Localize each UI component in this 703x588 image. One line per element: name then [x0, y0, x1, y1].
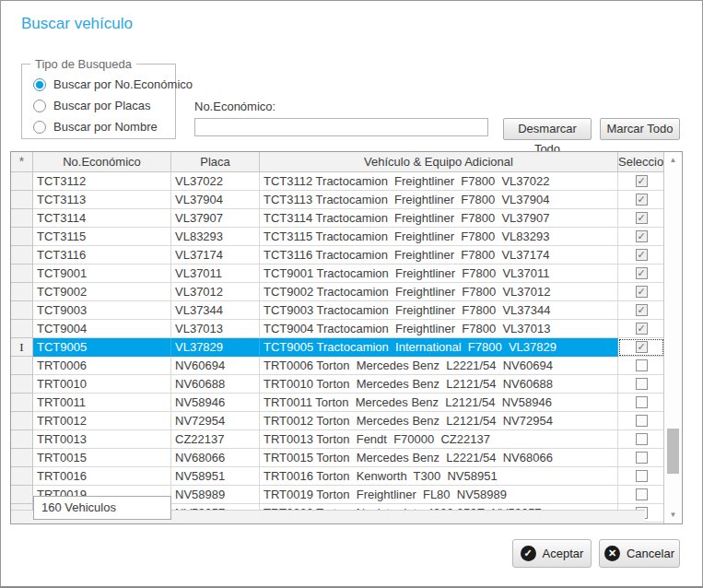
- cell-seleccion[interactable]: [618, 449, 663, 467]
- cell-vehiculo[interactable]: TRT0019 Torton Freightliner FL80 NV58989: [260, 486, 618, 504]
- cell-placa[interactable]: VL37013: [171, 320, 260, 338]
- cell-vehiculo[interactable]: TRT0006 Torton Mercedes Benz L2221/54 NV…: [260, 357, 618, 375]
- row-checkbox-checked[interactable]: [636, 323, 648, 335]
- cell-no-economico[interactable]: TCT3114: [33, 209, 171, 228]
- scrollbar-down-icon[interactable]: ▼: [664, 508, 682, 523]
- cell-vehiculo[interactable]: TCT3115 Tractocamion Freightliner F7800 …: [260, 228, 618, 246]
- cell-vehiculo[interactable]: TCT9004 Tractocamion Freightliner F7800 …: [260, 320, 618, 338]
- cancelar-button[interactable]: ✕ Cancelar: [599, 539, 680, 568]
- cell-no-economico[interactable]: TCT3115: [33, 228, 171, 246]
- cell-vehiculo[interactable]: TCT3114 Tractocamion Freightliner F7800 …: [260, 209, 618, 228]
- cell-no-economico[interactable]: TCT3112: [33, 172, 171, 191]
- radio-buscar-por-nombre[interactable]: Buscar por Nombre: [33, 120, 158, 134]
- cell-vehiculo[interactable]: TCT9003 Tractocamion Freightliner F7800 …: [260, 301, 618, 320]
- row-checkbox-checked[interactable]: [636, 249, 648, 261]
- table-row[interactable]: TRT0012 NV72954 TRT0012 Torton Mercedes …: [11, 412, 663, 430]
- cell-vehiculo[interactable]: TRT0012 Torton Mercedes Benz L2121/54 NV…: [260, 412, 618, 430]
- cell-seleccion[interactable]: [618, 191, 663, 209]
- cell-placa[interactable]: CZ22137: [171, 430, 260, 449]
- cell-no-economico[interactable]: TRT0006: [33, 357, 171, 375]
- radio-buscar-por-placas[interactable]: Buscar por Placas: [33, 99, 151, 112]
- cell-seleccion[interactable]: [618, 209, 663, 228]
- row-selector-cell[interactable]: [11, 320, 33, 338]
- row-selector-cell[interactable]: I: [11, 338, 33, 357]
- row-checkbox-checked[interactable]: [636, 212, 648, 224]
- row-selector-cell[interactable]: [11, 449, 33, 467]
- scrollbar-thumb[interactable]: [667, 429, 679, 474]
- row-selector-cell[interactable]: [11, 430, 33, 449]
- table-row[interactable]: TCT9002 VL37012 TCT9002 Tractocamion Fre…: [11, 283, 663, 301]
- row-checkbox[interactable]: [636, 470, 648, 482]
- table-row[interactable]: TRT0013 CZ22137 TRT0013 Torton Fendt F70…: [11, 430, 663, 449]
- cell-no-economico[interactable]: TRT0016: [33, 467, 171, 486]
- cell-no-economico[interactable]: TCT9001: [33, 265, 171, 283]
- table-row[interactable]: TRT0016 NV58951 TRT0016 Torton Kenworth …: [11, 467, 663, 486]
- row-selector-cell[interactable]: [11, 486, 33, 504]
- row-checkbox[interactable]: [636, 378, 648, 390]
- desmarcar-todo-button[interactable]: Desmarcar Todo: [503, 118, 592, 140]
- table-row[interactable]: TCT3112 VL37022 TCT3112 Tractocamion Fre…: [11, 172, 663, 191]
- cell-seleccion[interactable]: [618, 320, 663, 338]
- cell-seleccion[interactable]: [618, 265, 663, 283]
- table-row[interactable]: TCT3114 VL37907 TCT3114 Tractocamion Fre…: [11, 209, 663, 228]
- cell-seleccion[interactable]: [618, 228, 663, 246]
- row-selector-cell[interactable]: [11, 228, 33, 246]
- row-selector-cell[interactable]: [11, 301, 33, 320]
- cell-placa[interactable]: NV58989: [171, 486, 260, 504]
- cell-seleccion[interactable]: [618, 246, 663, 265]
- column-header-placa[interactable]: Placa: [171, 152, 260, 172]
- grid-corner-asterisk[interactable]: *: [11, 152, 33, 172]
- row-checkbox[interactable]: [636, 359, 648, 371]
- cell-placa[interactable]: VL37174: [171, 246, 260, 265]
- table-row[interactable]: I TCT9005 VL37829 TCT9005 Tractocamion I…: [11, 338, 663, 357]
- row-selector-cell[interactable]: [11, 412, 33, 430]
- cell-no-economico[interactable]: TCT3116: [33, 246, 171, 265]
- no-economico-input[interactable]: [194, 118, 488, 136]
- row-checkbox[interactable]: [636, 488, 648, 500]
- scrollbar-up-icon[interactable]: ▲: [664, 153, 682, 168]
- row-checkbox[interactable]: [636, 433, 648, 445]
- table-row[interactable]: TCT9003 VL37344 TCT9003 Tractocamion Fre…: [11, 301, 663, 320]
- radio-unselected-icon[interactable]: [33, 100, 46, 112]
- row-checkbox-checked[interactable]: [636, 304, 648, 316]
- cell-seleccion[interactable]: [618, 301, 663, 320]
- cell-vehiculo[interactable]: TCT3113 Tractocamion Freightliner F7800 …: [260, 191, 618, 209]
- radio-selected-icon[interactable]: [33, 78, 46, 91]
- cell-seleccion[interactable]: [618, 394, 663, 412]
- row-selector-cell[interactable]: [11, 209, 33, 228]
- cell-vehiculo[interactable]: TRT0011 Torton Mercedes Benz L2121/54 NV…: [260, 394, 618, 412]
- cell-seleccion[interactable]: [618, 338, 663, 357]
- row-selector-cell[interactable]: [11, 283, 33, 301]
- table-row[interactable]: TRT0010 NV60688 TRT0010 Torton Mercedes …: [11, 375, 663, 394]
- cell-no-economico[interactable]: TCT9003: [33, 301, 171, 320]
- cell-no-economico[interactable]: TCT9002: [33, 283, 171, 301]
- table-row[interactable]: TRT0006 NV60694 TRT0006 Torton Mercedes …: [11, 357, 663, 375]
- cell-placa[interactable]: VL37022: [171, 172, 260, 191]
- row-selector-cell[interactable]: [11, 394, 33, 412]
- cell-seleccion[interactable]: [618, 375, 663, 394]
- cell-seleccion[interactable]: [618, 486, 663, 504]
- cell-placa[interactable]: VL37829: [171, 338, 260, 357]
- cell-seleccion[interactable]: [618, 357, 663, 375]
- cell-seleccion[interactable]: [618, 172, 663, 191]
- row-checkbox[interactable]: [636, 396, 648, 408]
- aceptar-button[interactable]: ✓ Aceptar: [512, 539, 592, 568]
- cell-no-economico[interactable]: TRT0015: [33, 449, 171, 467]
- cell-vehiculo[interactable]: TRT0016 Torton Kenworth T300 NV58951: [260, 467, 618, 486]
- row-checkbox-checked[interactable]: [636, 230, 648, 242]
- cell-no-economico[interactable]: TRT0013: [33, 430, 171, 449]
- row-checkbox[interactable]: [636, 452, 648, 464]
- cell-placa[interactable]: NV68066: [171, 449, 260, 467]
- row-selector-cell[interactable]: [11, 467, 33, 486]
- cell-no-economico[interactable]: TCT9005: [33, 338, 171, 357]
- cell-placa[interactable]: NV60694: [171, 357, 260, 375]
- cell-placa[interactable]: NV58951: [171, 467, 260, 486]
- table-row[interactable]: TCT3113 VL37904 TCT3113 Tractocamion Fre…: [11, 191, 663, 209]
- cell-placa[interactable]: VL37907: [171, 209, 260, 228]
- cell-no-economico[interactable]: TCT3113: [33, 191, 171, 209]
- row-selector-cell[interactable]: [11, 246, 33, 265]
- column-header-seleccion[interactable]: Seleccion: [618, 152, 663, 172]
- marcar-todo-button[interactable]: Marcar Todo: [600, 118, 680, 140]
- table-row[interactable]: TCT3115 VL83293 TCT3115 Tractocamion Fre…: [11, 228, 663, 246]
- row-checkbox-checked[interactable]: [636, 175, 648, 187]
